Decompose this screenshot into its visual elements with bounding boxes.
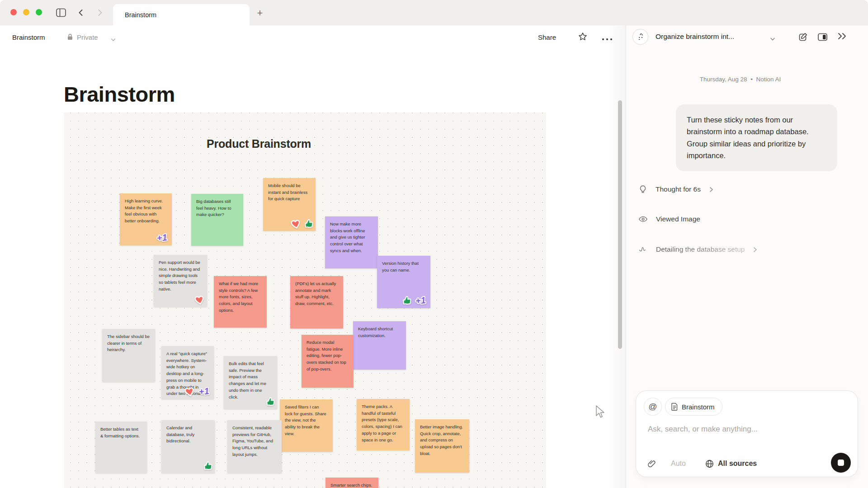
context-chip-label: Brainstorm xyxy=(682,403,715,411)
sticky-note[interactable]: High learning curve. Make the first week… xyxy=(120,193,172,245)
minimize-window-button[interactable] xyxy=(23,9,29,15)
sticky-note-text: Keyboard shortcut customization. xyxy=(358,326,401,339)
stop-icon xyxy=(838,460,844,466)
sticky-note[interactable]: A real "quick capture" everywhere. Syste… xyxy=(161,346,214,399)
step-label: Detailing the database setup xyxy=(656,245,745,253)
share-button[interactable]: Share xyxy=(538,33,556,41)
mention-button[interactable]: @ xyxy=(644,398,662,416)
sticky-note[interactable]: Theme packs. A handful of tasteful prese… xyxy=(357,399,410,450)
step-chevron-right-icon xyxy=(709,187,713,192)
note-reactions xyxy=(290,218,315,231)
mode-label: Auto xyxy=(671,460,686,468)
sticky-note[interactable]: Smarter search chips. xyxy=(326,478,378,488)
note-reactions: +1 xyxy=(401,294,429,308)
attach-button[interactable] xyxy=(647,455,656,473)
privacy-label[interactable]: Private xyxy=(77,33,98,41)
page-toolbar: Brainstorm Private Share xyxy=(0,26,626,49)
sticky-note[interactable]: Better image handling. Quick crop, annot… xyxy=(415,419,469,473)
sticky-note-text: Version history that you can name. xyxy=(382,260,425,273)
sticky-note[interactable]: The sidebar should be clearer in terms o… xyxy=(102,329,155,382)
ai-panel: Organize brainstorm int... Thursday, Aug… xyxy=(626,25,868,488)
sticky-note[interactable]: (PDFs) let us actually annotate and mark… xyxy=(290,276,343,328)
sticky-note[interactable]: Consistent, readable previews for GitHub… xyxy=(227,420,282,473)
globe-icon xyxy=(705,459,714,469)
sticky-note-text: Better image handling. Quick crop, annot… xyxy=(420,424,464,457)
step-chevron-right-icon xyxy=(753,247,757,253)
sticky-note-text: What if we had more style controls? A fe… xyxy=(219,281,262,314)
note-reactions xyxy=(202,460,214,473)
ai-panel-header: Organize brainstorm int... xyxy=(626,25,868,49)
sticky-note-text: Better tables as text & formatting optio… xyxy=(100,426,142,439)
sticky-note-text: High learning curve. Make the first week… xyxy=(125,198,167,225)
eye-icon xyxy=(638,214,648,224)
thread-title[interactable]: Organize brainstorm int... xyxy=(656,33,734,41)
toggle-sidebar-icon[interactable] xyxy=(55,7,67,19)
mode-selector[interactable]: Auto xyxy=(671,455,686,473)
sticky-note-text: Mobile should be instant and brainless f… xyxy=(268,183,311,202)
collapse-panel-icon[interactable] xyxy=(837,32,848,42)
forward-icon[interactable] xyxy=(94,7,106,19)
thumbs-up-sticker xyxy=(401,294,414,309)
note-reactions xyxy=(194,294,206,307)
sticky-note[interactable]: Better tables as text & formatting optio… xyxy=(95,422,147,473)
loop-icon xyxy=(638,244,648,254)
sticky-note-text: Saved filters I can lock for guests. Sha… xyxy=(285,404,328,437)
svg-text:+1: +1 xyxy=(415,295,426,306)
step-viewed-image[interactable]: Viewed Image xyxy=(638,214,700,224)
sources-selector[interactable]: All sources xyxy=(705,455,757,473)
new-tab-button[interactable]: + xyxy=(253,6,267,20)
date-separator: • xyxy=(750,76,753,83)
sticky-note[interactable]: Mobile should be instant and brainless f… xyxy=(263,178,316,231)
svg-text:+1: +1 xyxy=(198,386,210,397)
brainstorm-canvas[interactable]: Product Brainstorm High learning curve. … xyxy=(64,113,546,488)
lock-icon xyxy=(67,33,73,42)
note-reactions: +1 xyxy=(184,385,213,399)
sticky-note-text: Now make more blocks work offline and gi… xyxy=(330,221,373,254)
zoom-window-button[interactable] xyxy=(36,9,42,15)
step-label: Thought for 6s xyxy=(656,185,701,193)
thread-chevron-down-icon[interactable] xyxy=(770,35,775,43)
sticky-note[interactable]: Reduce modal fatigue. More inline editin… xyxy=(302,335,354,388)
close-window-button[interactable] xyxy=(10,9,17,15)
sticky-note[interactable]: Pen support would be nice. Handwriting a… xyxy=(154,255,207,307)
sticky-note[interactable]: What if we had more style controls? A fe… xyxy=(214,276,267,328)
sticky-note[interactable]: Big databases still feel heavy. How to m… xyxy=(191,194,243,246)
toggle-panel-icon[interactable] xyxy=(817,32,828,44)
tab-label: Brainstorm xyxy=(125,11,156,19)
more-options-icon[interactable] xyxy=(601,35,613,43)
svg-text:+1: +1 xyxy=(156,232,168,243)
plus-one-sticker: +1 xyxy=(154,230,171,246)
plus-one-sticker: +1 xyxy=(196,384,213,400)
sticky-note[interactable]: Saved filters I can lock for guests. Sha… xyxy=(280,399,333,452)
step-thought[interactable]: Thought for 6s xyxy=(638,184,713,194)
sources-label: All sources xyxy=(718,460,757,468)
tab-brainstorm[interactable]: Brainstorm xyxy=(113,4,250,25)
sticky-note[interactable]: Now make more blocks work offline and gi… xyxy=(325,216,378,268)
step-label: Viewed Image xyxy=(656,215,700,223)
user-message-bubble: Turn these sticky notes from our brainst… xyxy=(676,104,837,171)
favorite-star-icon[interactable] xyxy=(578,32,588,43)
sticky-note[interactable]: Calendar and database, truly bidirection… xyxy=(161,420,215,473)
sticky-note[interactable]: Bulk edits that feel safe. Preview the i… xyxy=(224,356,277,409)
notion-ai-face-icon[interactable] xyxy=(632,29,648,45)
titlebar: Brainstorm + xyxy=(0,0,868,25)
sticky-note-text: Theme packs. A handful of tasteful prese… xyxy=(362,404,405,443)
heart-sticker xyxy=(193,293,207,308)
app-window: Brainstorm + Brainstorm Private Share Br… xyxy=(0,0,868,488)
privacy-chevron-down-icon[interactable] xyxy=(111,35,116,43)
sticky-note-text: Consistent, readable previews for GitHub… xyxy=(232,425,277,458)
agent-name: Notion AI xyxy=(756,76,781,83)
main-scrollbar[interactable] xyxy=(618,100,622,349)
stop-generation-button[interactable] xyxy=(831,453,851,473)
sticky-note[interactable]: Keyboard shortcut customization. xyxy=(353,321,406,370)
context-chip-brainstorm[interactable]: Brainstorm xyxy=(665,398,722,416)
new-chat-compose-icon[interactable] xyxy=(797,32,808,44)
ask-input[interactable] xyxy=(647,424,846,434)
back-icon[interactable] xyxy=(75,7,87,19)
step-detailing[interactable]: Detailing the database setup xyxy=(638,244,757,254)
panel-edge-shadow xyxy=(607,26,626,488)
thumbs-up-sticker xyxy=(202,460,215,474)
sticky-note[interactable]: Version history that you can name.+1 xyxy=(377,256,430,308)
sticky-note-text: Pen support would be nice. Handwriting a… xyxy=(159,259,202,293)
breadcrumb[interactable]: Brainstorm xyxy=(12,33,45,41)
